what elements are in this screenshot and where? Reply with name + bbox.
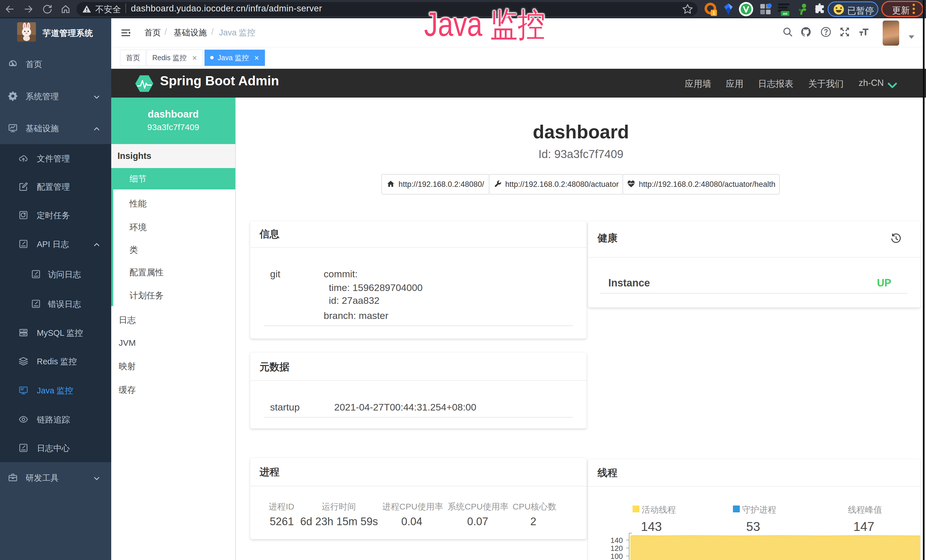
svg-text:1: 1 <box>713 10 715 16</box>
svg-text:on: on <box>783 11 787 16</box>
